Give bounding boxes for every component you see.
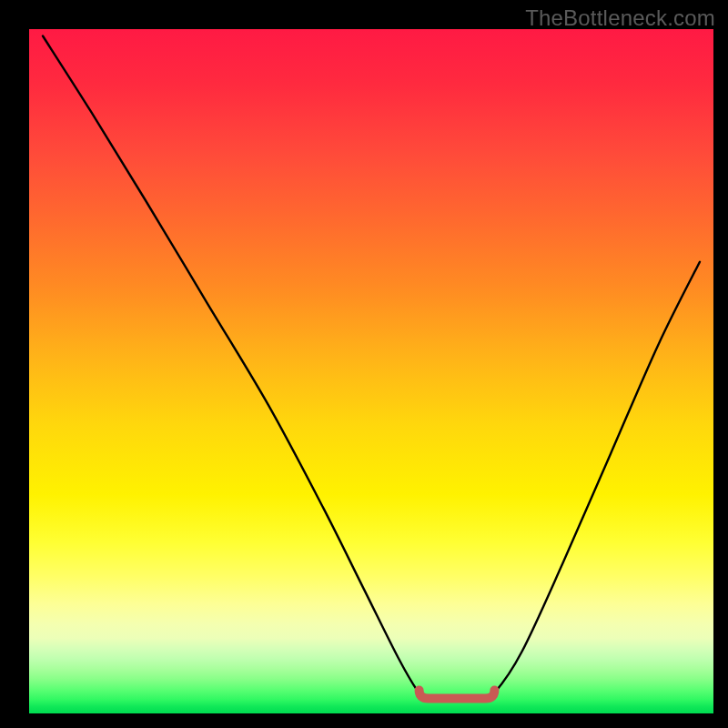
watermark-text: TheBottleneck.com xyxy=(525,5,715,31)
chart-stage: TheBottleneck.com xyxy=(0,0,728,728)
plot-area xyxy=(29,29,713,713)
flat-region-marker xyxy=(29,29,713,713)
